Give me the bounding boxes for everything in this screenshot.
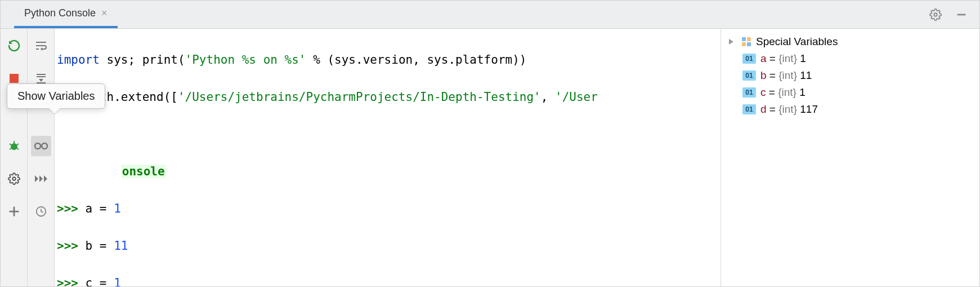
- console-text: % (sys.version, sys.platform)): [306, 53, 527, 67]
- console-text: a =: [86, 202, 114, 215]
- svg-rect-25: [742, 37, 746, 41]
- special-variables-label: Special Variables: [756, 36, 838, 48]
- console-text: 11: [114, 239, 128, 253]
- console-text: c =: [86, 276, 114, 286]
- var-type: {int}: [778, 52, 797, 64]
- prompt: >>>: [57, 202, 86, 215]
- prompt: >>>: [57, 276, 86, 286]
- rerun-icon[interactable]: [4, 36, 24, 56]
- svg-point-3: [11, 143, 17, 150]
- int-badge-icon: 01: [742, 104, 756, 114]
- var-value: 1: [799, 86, 806, 98]
- variable-row[interactable]: 01 b = {int} 11: [727, 67, 974, 84]
- variable-row[interactable]: 01 a = {int} 1: [727, 50, 974, 67]
- var-name: b: [760, 69, 767, 81]
- soft-wrap-icon[interactable]: [31, 36, 51, 56]
- var-value: 117: [800, 103, 818, 115]
- gear-icon[interactable]: [928, 7, 943, 23]
- console-text: sys; print(: [100, 53, 185, 67]
- var-type: {int}: [778, 103, 797, 115]
- svg-marker-22: [44, 175, 47, 182]
- svg-line-8: [17, 148, 19, 149]
- svg-line-6: [17, 144, 19, 145]
- console-text: 1: [114, 276, 121, 286]
- tab-label: Python Console: [24, 7, 96, 19]
- settings-icon[interactable]: [4, 169, 24, 189]
- debug-icon[interactable]: [4, 136, 24, 156]
- svg-marker-20: [35, 175, 38, 182]
- svg-point-0: [934, 13, 937, 16]
- tooltip-show-variables: Show Variables: [7, 83, 105, 109]
- var-name: c: [760, 86, 766, 98]
- svg-point-18: [42, 143, 47, 149]
- int-badge-icon: 01: [742, 54, 756, 64]
- content-area: import sys; print('Python %s on %s' % (s…: [1, 29, 979, 286]
- console-output[interactable]: import sys; print('Python %s on %s' % (s…: [55, 29, 721, 286]
- new-console-icon[interactable]: [4, 201, 24, 222]
- minimize-icon[interactable]: [954, 7, 969, 23]
- var-value: 1: [800, 52, 806, 64]
- grid-icon: [741, 37, 751, 47]
- tab-python-console[interactable]: Python Console ×: [14, 1, 118, 28]
- var-type: {int}: [778, 86, 796, 98]
- svg-rect-28: [747, 42, 751, 46]
- svg-rect-27: [742, 42, 746, 46]
- svg-marker-21: [39, 175, 43, 182]
- eq: =: [767, 103, 779, 115]
- console-text: '/User: [555, 90, 598, 104]
- console-banner: onsole: [121, 165, 166, 178]
- tabbar-right-controls: [928, 1, 979, 28]
- execute-selection-icon[interactable]: [31, 169, 51, 189]
- var-name: a: [760, 52, 767, 64]
- eq: =: [767, 52, 779, 64]
- console-text: '/Users/jetbrains/PycharmProjects/In-Dep…: [178, 90, 541, 104]
- svg-line-7: [10, 148, 11, 149]
- svg-rect-26: [747, 37, 751, 41]
- var-value: 11: [800, 69, 812, 81]
- eq: =: [767, 69, 779, 81]
- console-text: ,: [541, 90, 555, 104]
- special-variables-row[interactable]: Special Variables: [727, 33, 974, 50]
- int-badge-icon: 01: [742, 70, 756, 81]
- variable-row[interactable]: 01 c = {int} 1: [727, 84, 974, 101]
- close-icon[interactable]: ×: [101, 7, 108, 19]
- variable-row[interactable]: 01 d = {int} 117: [727, 101, 974, 118]
- svg-line-5: [10, 144, 11, 145]
- toolbar-left-2: [28, 29, 55, 286]
- console-text: import: [57, 53, 100, 67]
- prompt: >>>: [57, 239, 86, 253]
- python-console-window: Python Console ×: [0, 0, 980, 287]
- int-badge-icon: 01: [742, 87, 756, 98]
- svg-rect-2: [10, 74, 19, 83]
- expand-icon[interactable]: [728, 38, 737, 45]
- svg-point-9: [12, 177, 16, 180]
- svg-point-17: [35, 143, 41, 149]
- var-name: d: [760, 103, 767, 115]
- console-text: b =: [86, 239, 114, 253]
- var-type: {int}: [778, 69, 797, 81]
- toolbar-left-1: [1, 29, 28, 286]
- history-icon[interactable]: [31, 201, 51, 222]
- show-variables-icon[interactable]: [31, 136, 51, 156]
- eq: =: [766, 86, 778, 98]
- tooltip-text: Show Variables: [17, 90, 95, 102]
- tab-bar: Python Console ×: [1, 1, 979, 29]
- variables-pane: Special Variables 01 a = {int} 1 01 b = …: [721, 29, 979, 286]
- console-text: 1: [114, 202, 121, 215]
- console-text: 'Python %s on %s': [185, 53, 306, 67]
- svg-marker-24: [729, 39, 733, 45]
